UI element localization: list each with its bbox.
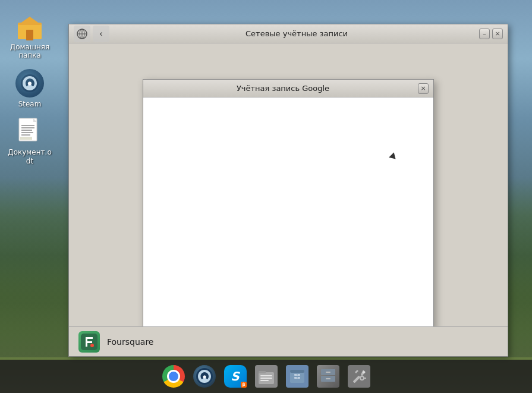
svg-rect-34 [326,372,330,373]
taskbar-cabinet[interactable] [315,363,341,389]
home-folder-icon [15,12,44,40]
svg-rect-22 [259,371,266,373]
svg-point-4 [28,81,32,85]
svg-rect-2 [26,30,33,40]
taskbar-tools[interactable] [346,363,372,389]
desktop-icon-steam[interactable]: Steam [6,69,53,108]
system-tools-icon [348,365,370,388]
home-folder-label: Домашняя папка [6,43,53,60]
window-controls: – × [479,29,503,39]
window-body: Учётная запись Google × [69,43,508,356]
cabinet-icon [317,365,339,388]
steam-app-icon [15,69,44,98]
svg-rect-12 [20,137,32,140]
taskbar-chrome[interactable] [160,363,187,389]
steam-taskbar-icon [193,365,216,388]
google-account-dialog: Учётная запись Google × [143,79,434,330]
network-accounts-window: ‹ Сетевые учётные записи – × Учётная зап… [68,24,508,357]
document-icon [15,117,44,146]
skype-beta-badge: β [241,382,246,388]
taskbar-skype[interactable]: S β [222,363,248,389]
desktop: Домашняя папка Steam [0,0,532,393]
svg-rect-35 [326,378,330,379]
dialog-titlebar: Учётная запись Google × [143,80,433,98]
foursquare-label: Foursquare [107,337,153,347]
mouse-cursor [389,152,398,162]
steam-label: Steam [18,100,42,108]
file-manager-icon [255,365,278,388]
desktop-icon-document[interactable]: Документ.odt [6,117,53,165]
window-titlebar: ‹ Сетевые учётные записи – × [69,24,508,43]
window-title: Сетевые учётные записи [114,29,479,38]
svg-rect-24 [260,378,272,379]
svg-point-30 [297,375,298,376]
desktop-icons: Домашняя папка Steam [6,12,53,165]
back-button[interactable]: ‹ [93,26,109,42]
svg-point-18 [90,344,94,347]
chrome-icon [162,365,185,388]
svg-point-37 [363,371,365,373]
skype-icon: S β [224,365,247,388]
dialog-overlay: Учётная запись Google × [69,43,508,356]
globe-button[interactable] [74,26,90,42]
svg-rect-27 [290,370,304,373]
svg-point-38 [360,376,364,380]
close-button[interactable]: × [492,29,503,39]
taskbar-steam[interactable] [191,363,218,389]
svg-point-31 [297,378,298,379]
desktop-icon-home[interactable]: Домашняя папка [6,12,53,60]
taskbar-filemanager[interactable] [253,363,279,389]
dialog-body [143,98,433,329]
foursquare-icon [78,331,100,353]
dialog-close-button[interactable]: × [418,83,429,94]
taskbar: S β [0,360,532,393]
svg-point-20 [203,376,206,379]
archive-icon [286,365,309,388]
foursquare-account-item[interactable]: Foursquare [69,326,508,356]
svg-rect-25 [260,380,269,381]
dialog-title: Учётная запись Google [148,84,418,93]
minimize-button[interactable]: – [479,29,490,39]
svg-rect-36 [352,376,360,383]
svg-rect-23 [260,375,272,376]
taskbar-archive[interactable] [284,363,310,389]
document-label: Документ.odt [6,148,53,165]
